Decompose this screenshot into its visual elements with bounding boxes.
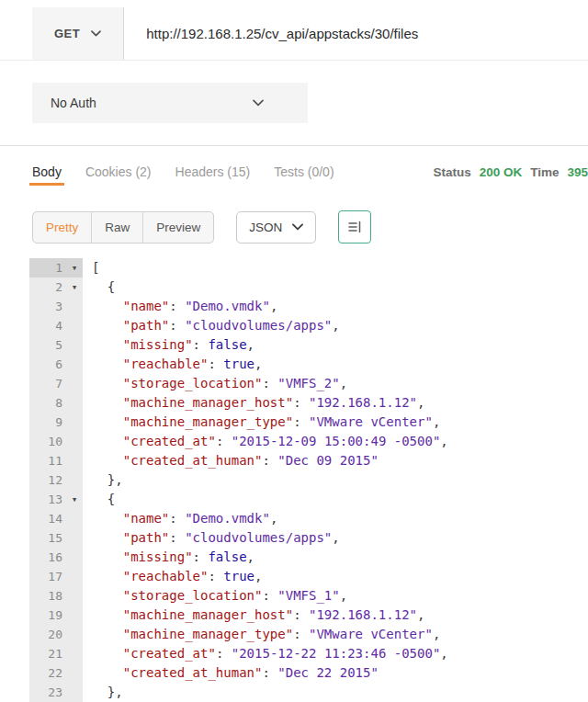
code-token: "2015-12-22 11:23:46 -0500" — [232, 646, 441, 661]
fold-gutter-spacer — [66, 393, 83, 413]
code-line: 4 "path": "cloudvolumes/apps", — [29, 316, 588, 335]
fold-gutter-spacer — [66, 509, 83, 528]
language-dropdown[interactable]: JSON — [236, 211, 316, 243]
language-label: JSON — [249, 221, 282, 234]
code-line-content: "machine_manager_host": "192.168.1.12", — [83, 606, 424, 625]
fold-gutter-spacer — [66, 470, 83, 490]
code-line-content: "path": "cloudvolumes/apps", — [83, 528, 340, 548]
fold-arrow-icon[interactable]: ▾ — [66, 490, 83, 509]
line-number: 23 — [29, 683, 66, 702]
line-number: 16 — [29, 548, 66, 567]
fold-arrow-icon[interactable]: ▾ — [66, 277, 83, 297]
code-token: "machine_manager_type" — [123, 414, 293, 429]
code-line: 5 "missing": false, — [29, 335, 588, 355]
code-line: 20 "machine_manager_type": "VMware vCent… — [29, 625, 588, 644]
code-token: "machine_manager_type" — [123, 627, 293, 641]
code-line-content: "name": "Demo.vmdk", — [83, 297, 277, 316]
code-token: "path" — [123, 318, 170, 333]
code-token — [92, 511, 123, 526]
line-wrap-button[interactable] — [338, 210, 371, 243]
code-token: , — [247, 337, 254, 352]
status-value: 200 OK — [480, 165, 523, 179]
fold-arrow-icon[interactable]: ▾ — [66, 258, 83, 277]
code-token: : — [193, 549, 209, 564]
fold-gutter-spacer — [66, 567, 83, 586]
code-token: { — [92, 492, 115, 506]
tab-cookies[interactable]: Cookies (2) — [85, 152, 152, 192]
code-line-content: "reachable": true, — [83, 355, 262, 374]
chevron-down-icon — [91, 30, 101, 37]
code-token: "storage_location" — [123, 376, 263, 391]
code-token: : — [169, 530, 185, 545]
code-token: }, — [92, 472, 123, 487]
pretty-button[interactable]: Pretty — [33, 212, 92, 243]
code-token — [92, 588, 123, 603]
code-token: "created_at" — [123, 434, 216, 448]
auth-type-label: No Auth — [51, 96, 96, 110]
fold-gutter-spacer — [66, 625, 83, 644]
view-mode-switch: Pretty Raw Preview — [32, 211, 214, 243]
code-token: : — [293, 607, 309, 622]
line-number: 5 — [29, 335, 66, 355]
code-token: [ — [92, 260, 99, 275]
request-bar: GET http://192.168.1.25/cv_api/appstacks… — [0, 7, 588, 61]
code-line: 10 "created_at": "2015-12-09 15:00:49 -0… — [29, 432, 588, 451]
status-label: Status — [433, 165, 470, 179]
method-dropdown[interactable]: GET — [32, 7, 124, 60]
line-number: 12 — [29, 470, 66, 490]
code-line-content: "missing": false, — [83, 335, 254, 355]
code-token: false — [208, 337, 246, 352]
code-line-content: "missing": false, — [83, 548, 254, 567]
code-token — [92, 434, 123, 448]
code-token: , — [433, 627, 440, 641]
url-input[interactable]: http://192.168.1.25/cv_api/appstacks/30/… — [124, 7, 418, 60]
tab-headers[interactable]: Headers (15) — [175, 152, 251, 192]
api-client-window: GET http://192.168.1.25/cv_api/appstacks… — [0, 0, 588, 702]
code-token: : — [293, 627, 309, 641]
line-number: 8 — [29, 393, 66, 413]
line-wrap-icon — [346, 219, 363, 235]
code-token: true — [223, 569, 254, 583]
code-line: 8 "machine_manager_host": "192.168.1.12"… — [29, 393, 588, 413]
fold-gutter-spacer — [66, 644, 83, 663]
code-line-content: "machine_manager_type": "VMware vCenter"… — [83, 413, 440, 432]
fold-gutter-spacer — [66, 316, 83, 335]
code-line: 6 "reachable": true, — [29, 355, 588, 374]
code-token — [92, 569, 123, 583]
code-line-content: { — [83, 490, 115, 509]
response-body-editor[interactable]: 1▾[2▾ {3 "name": "Demo.vmdk",4 "path": "… — [29, 258, 588, 702]
fold-gutter-spacer — [66, 606, 83, 625]
response-header: Body Cookies (2) Headers (15) Tests (0/0… — [0, 146, 588, 198]
code-line-content: [ — [83, 258, 99, 277]
line-number: 14 — [29, 509, 66, 528]
fold-gutter-spacer — [66, 335, 83, 355]
tab-tests[interactable]: Tests (0/0) — [274, 152, 334, 192]
code-token: "VMware vCenter" — [309, 414, 433, 429]
code-token: : — [216, 646, 232, 661]
code-token: : — [193, 337, 209, 352]
code-token: "created_at_human" — [123, 665, 263, 680]
code-token — [92, 665, 123, 680]
code-token — [92, 376, 123, 391]
code-token: : — [216, 434, 232, 448]
code-token: "created_at_human" — [123, 453, 263, 468]
preview-button[interactable]: Preview — [143, 212, 213, 243]
code-token: "machine_manager_host" — [123, 395, 293, 410]
code-line-content: "created_at_human": "Dec 22 2015" — [83, 663, 379, 683]
code-token: { — [92, 279, 115, 294]
auth-type-dropdown[interactable]: No Auth — [32, 83, 308, 123]
code-line-content: "created_at": "2015-12-09 15:00:49 -0500… — [83, 432, 448, 451]
code-line-content: "name": "Demo.vmdk", — [83, 509, 277, 528]
line-number: 9 — [29, 413, 66, 432]
code-token — [92, 530, 123, 545]
code-token — [92, 607, 123, 622]
code-token: "Demo.vmdk" — [185, 511, 270, 526]
code-token: : — [262, 588, 277, 603]
tab-body[interactable]: Body — [32, 152, 62, 192]
code-token: : — [169, 511, 185, 526]
code-token: : — [169, 318, 185, 333]
code-line: 21 "created_at": "2015-12-22 11:23:46 -0… — [29, 644, 588, 663]
code-token: "VMFS_2" — [277, 376, 339, 391]
code-line: 12 }, — [29, 470, 588, 490]
raw-button[interactable]: Raw — [92, 212, 143, 243]
